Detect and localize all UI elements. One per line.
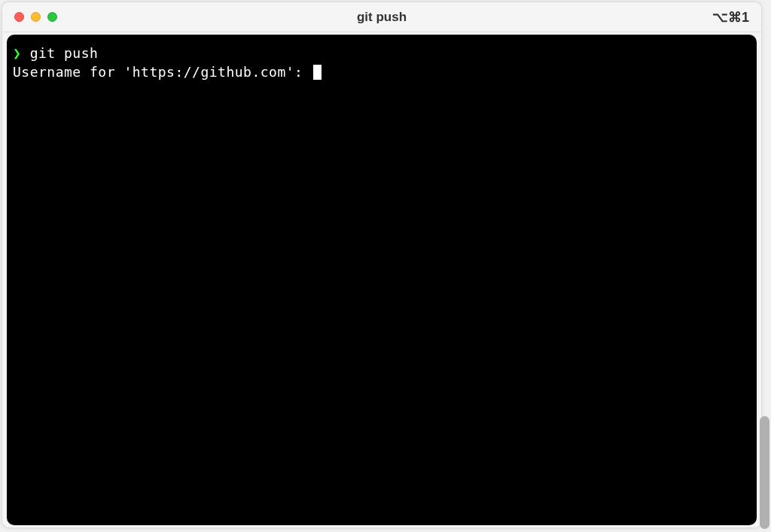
cursor-icon — [313, 65, 322, 80]
titlebar: git push ⌥⌘1 — [2, 2, 761, 32]
minimize-button[interactable] — [31, 12, 41, 22]
window-title: git push — [357, 10, 407, 25]
command-text: git push — [30, 45, 99, 61]
traffic-lights — [2, 12, 57, 22]
close-button[interactable] — [14, 12, 24, 22]
output-line: Username for 'https://github.com': — [13, 62, 751, 81]
terminal-body[interactable]: ❯ git push Username for 'https://github.… — [7, 35, 757, 525]
shortcut-hint: ⌥⌘1 — [712, 9, 749, 26]
terminal-window: git push ⌥⌘1 ❯ git push Username for 'ht… — [2, 2, 762, 528]
zoom-button[interactable] — [47, 12, 57, 22]
scrollbar[interactable] — [760, 416, 769, 529]
prompt-symbol: ❯ — [13, 45, 21, 61]
command-line: ❯ git push — [13, 44, 751, 62]
username-prompt: Username for 'https://github.com': — [13, 64, 312, 80]
